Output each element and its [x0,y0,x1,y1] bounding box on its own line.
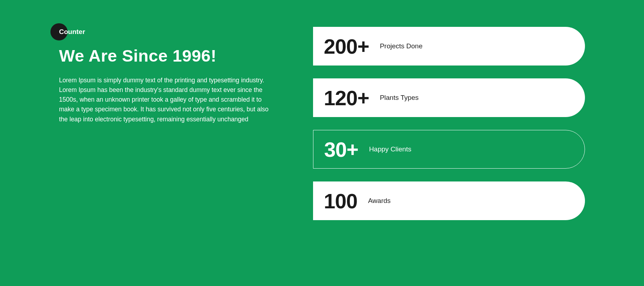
counter-card-plants: 120+ Plants Types [313,78,585,117]
counter-card-awards: 100 Awards [313,181,585,220]
counter-section: Counter We Are Since 1996! Lorem Ipsum i… [0,0,644,220]
counter-label: Projects Done [380,42,423,50]
section-description: Lorem Ipsum is simply dummy text of the … [59,76,270,124]
section-badge: Counter [59,23,270,40]
counter-card-clients: 30+ Happy Clients [313,130,585,169]
counter-card-projects: 200+ Projects Done [313,27,585,66]
counter-value: 30+ [324,137,358,161]
section-heading: We Are Since 1996! [59,46,270,66]
counter-value: 120+ [324,86,369,110]
counter-value: 200+ [324,34,369,58]
badge-wrap: Counter [59,23,270,40]
counter-label: Plants Types [380,94,419,102]
counter-label: Awards [368,197,391,205]
counter-value: 100 [324,189,357,213]
left-column: Counter We Are Since 1996! Lorem Ipsum i… [59,21,270,220]
counters-column: 200+ Projects Done 120+ Plants Types 30+… [299,21,585,220]
counter-label: Happy Clients [369,145,411,153]
